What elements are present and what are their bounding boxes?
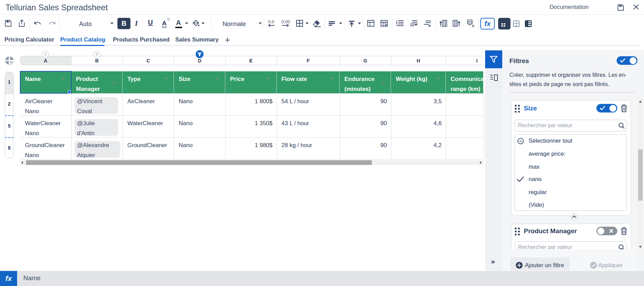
svg-text:0.00: 0.00 <box>281 20 290 24</box>
svg-text:0.0: 0.0 <box>268 20 274 24</box>
